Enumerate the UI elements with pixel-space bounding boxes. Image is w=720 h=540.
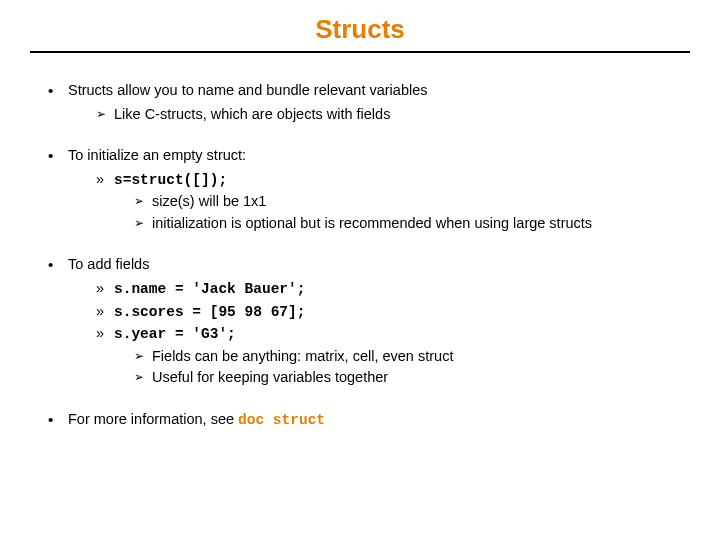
bullet-4: For more information, see doc struct <box>48 410 690 431</box>
code-name: s.name = 'Jack Bauer'; <box>114 281 305 297</box>
slide-title: Structs <box>30 14 690 51</box>
code-year: s.year = 'G3'; <box>114 326 236 342</box>
bullet-1: Structs allow you to name and bundle rel… <box>48 81 690 124</box>
bullet-2-sub-sublist: size(s) will be 1x1 initialization is op… <box>114 192 690 233</box>
bullet-3-text: To add fields <box>68 256 149 272</box>
code-scores: s.scores = [95 98 67]; <box>114 304 305 320</box>
bullet-3-code-3: s.year = 'G3'; Fields can be anything: m… <box>96 324 690 388</box>
bullet-2-code: s=struct([]); size(s) will be 1x1 initia… <box>96 170 690 234</box>
bullet-3-code-1: s.name = 'Jack Bauer'; <box>96 279 690 300</box>
bullet-3: To add fields s.name = 'Jack Bauer'; s.s… <box>48 255 690 387</box>
slide: Structs Structs allow you to name and bu… <box>0 0 720 540</box>
bullet-1-sublist: Like C-structs, which are objects with f… <box>68 105 690 125</box>
bullet-3-sublist: s.name = 'Jack Bauer'; s.scores = [95 98… <box>68 279 690 388</box>
code-struct-init: s=struct([]); <box>114 172 227 188</box>
bullet-1-text: Structs allow you to name and bundle rel… <box>68 82 427 98</box>
bullet-2: To initialize an empty struct: s=struct(… <box>48 146 690 233</box>
bullet-2-sub-2: initialization is optional but is recomm… <box>134 214 690 234</box>
bullet-1-sub-1: Like C-structs, which are objects with f… <box>96 105 690 125</box>
bullet-2-sub-1: size(s) will be 1x1 <box>134 192 690 212</box>
bullet-list: Structs allow you to name and bundle rel… <box>30 81 690 430</box>
bullet-2-sublist: s=struct([]); size(s) will be 1x1 initia… <box>68 170 690 234</box>
slide-content: Structs allow you to name and bundle rel… <box>30 81 690 430</box>
title-rule <box>30 51 690 53</box>
bullet-3-sub-sublist: Fields can be anything: matrix, cell, ev… <box>114 347 690 388</box>
bullet-2-text: To initialize an empty struct: <box>68 147 246 163</box>
bullet-3-sub-2: Useful for keeping variables together <box>134 368 690 388</box>
bullet-4-text-pre: For more information, see <box>68 411 238 427</box>
code-doc-struct: doc struct <box>238 412 325 428</box>
bullet-3-sub-1: Fields can be anything: matrix, cell, ev… <box>134 347 690 367</box>
bullet-3-code-2: s.scores = [95 98 67]; <box>96 302 690 323</box>
